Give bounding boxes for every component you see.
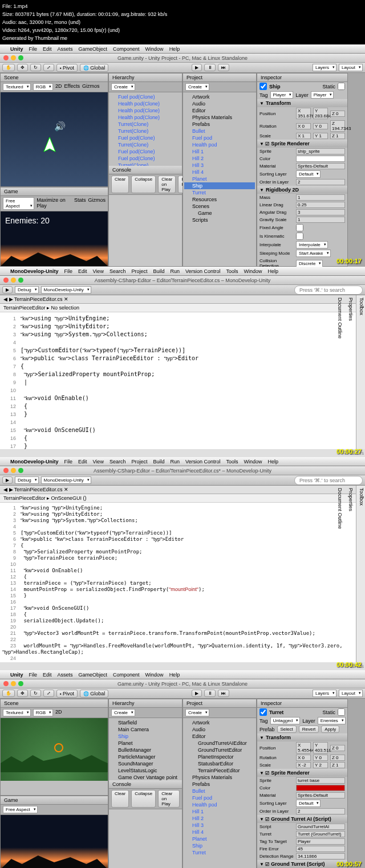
layout-dropdown[interactable]: Layout bbox=[339, 64, 363, 71]
file-info-header: File: 1.mp4 Size: 8037871 bytes (7.67 Mi… bbox=[0, 0, 365, 44]
unity-toolbar[interactable]: ✋ ✥ ↻ ⤢ ▪ Pivot 🌐 Global ▶ ⏸ ⏭ Layers La… bbox=[0, 63, 365, 73]
layers-dropdown[interactable]: Layers bbox=[313, 64, 336, 71]
rotate-tool-icon[interactable]: ↻ bbox=[30, 64, 41, 71]
timestamp: 00:00:27 bbox=[336, 448, 362, 455]
scene-view[interactable] bbox=[1, 718, 108, 781]
project-list[interactable]: Artwork Audio Editor Physics Materials P… bbox=[183, 92, 256, 266]
game-view[interactable]: Enemies: 20 bbox=[1, 211, 108, 266]
enemies-label: Enemies: 20 bbox=[5, 216, 50, 225]
pause-button[interactable]: ⏸ bbox=[204, 64, 216, 71]
scale-tool-icon[interactable]: ⤢ bbox=[43, 64, 54, 71]
code-editor[interactable]: 1"kw">using "typ">UnityEngine;2"kw">usin… bbox=[0, 503, 356, 662]
console-tab[interactable]: Console bbox=[109, 166, 182, 174]
frame-1-unity: Unity FileEdit AssetsGameObject Componen… bbox=[0, 44, 365, 267]
project-tab[interactable]: Project bbox=[183, 74, 256, 82]
timestamp: 00:00:17 bbox=[336, 258, 362, 264]
scene-view[interactable]: 🔊 bbox=[1, 92, 108, 186]
scene-tab[interactable]: Scene bbox=[1, 74, 108, 82]
frame-4-unity: Unity FileEdit AssetsGameObject Componen… bbox=[0, 670, 365, 868]
step-button[interactable]: ⏭ bbox=[218, 64, 229, 71]
speaker-icon: 🔊 bbox=[54, 121, 66, 132]
mac-menubar[interactable]: Unity FileEdit AssetsGameObject Componen… bbox=[0, 44, 365, 54]
mac-menubar[interactable]: MonoDevelop-Unity FileEdit ViewSearch Pr… bbox=[0, 457, 365, 466]
play-button[interactable]: ▶ bbox=[192, 64, 202, 71]
window-title: Assembly-CSharp-Editor – Editor/TerrainP… bbox=[0, 276, 365, 285]
global-button[interactable]: 🌐 Global bbox=[80, 64, 108, 72]
frame-2-monodevelop: MonoDevelop-Unity FileEdit ViewSearch Pr… bbox=[0, 267, 365, 457]
svg-marker-0 bbox=[44, 137, 55, 152]
file-tab[interactable]: ◀ ▶ TerrainPieceEditor.cs ✕ bbox=[3, 296, 68, 302]
inspector-panel[interactable]: Inspector ShipStatic TagPlayerLayerPlaye… bbox=[257, 73, 348, 267]
hierarchy-tab[interactable]: Hierarchy bbox=[109, 74, 182, 82]
sidebar-tabs[interactable]: Toolbox Properties Document Outline bbox=[356, 295, 365, 449]
game-tab[interactable]: Game bbox=[1, 188, 108, 196]
code-editor[interactable]: 1"kw">using "typ">UnityEngine;2"kw">usin… bbox=[0, 312, 356, 449]
frame-3-monodevelop: MonoDevelop-Unity FileEdit ViewSearch Pr… bbox=[0, 457, 365, 670]
run-button[interactable]: ▶ bbox=[2, 286, 13, 294]
mac-menubar[interactable]: MonoDevelop-Unity FileEdit ViewSearch Pr… bbox=[0, 267, 365, 276]
search-input[interactable] bbox=[294, 286, 363, 295]
move-tool-icon[interactable]: ✥ bbox=[17, 64, 28, 71]
hand-tool-icon[interactable]: ✋ bbox=[2, 64, 15, 71]
hierarchy-list[interactable]: Fuel pod(Clone) Health pod(Clone) Health… bbox=[109, 92, 182, 166]
pivot-button[interactable]: ▪ Pivot bbox=[56, 64, 78, 72]
window-title: Game.unity - Unity Project - PC, Mac & L… bbox=[0, 54, 365, 63]
breadcrumb[interactable]: TerrainPieceEditor ▸ No selection bbox=[0, 304, 356, 312]
